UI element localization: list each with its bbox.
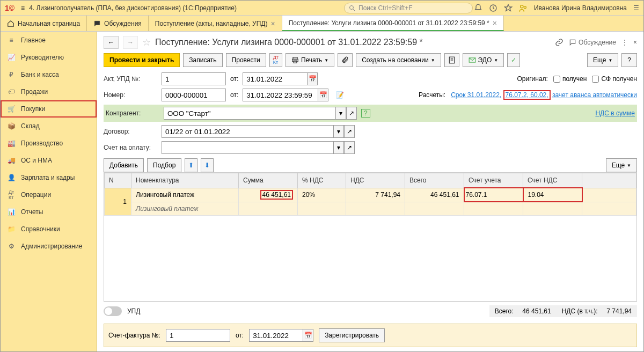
calc-link-date[interactable]: Срок 31.01.2022, (451, 91, 501, 99)
post-button[interactable]: Провести (226, 53, 266, 67)
invoice-no-input[interactable] (166, 329, 230, 342)
sidebar-item-production[interactable]: 🏭Производство (1, 135, 97, 152)
link-icon[interactable] (555, 38, 564, 47)
dropdown-icon[interactable]: ▾ (335, 107, 346, 120)
dropdown-icon[interactable]: ▾ (333, 125, 344, 138)
row-nomen-sub[interactable]: Лизинговый платеж (131, 202, 239, 215)
number-date-input[interactable]: 📅 (243, 89, 328, 101)
sidebar-item-hr[interactable]: 👤Зарплата и кадры (1, 169, 97, 186)
save-button[interactable]: Записать (183, 53, 222, 67)
tab-receipts[interactable]: Поступление (акты, накладные, УПД) × (149, 16, 282, 31)
row-nomen[interactable]: Лизинговый платеж (131, 188, 239, 202)
sidebar-item-main[interactable]: ≡Главное (1, 32, 97, 49)
dtkt-button[interactable]: ДтКт (269, 53, 282, 67)
open-icon[interactable]: ↗ (346, 107, 357, 120)
col-nomen[interactable]: Номенклатура (131, 173, 239, 188)
print-button[interactable]: Печать▼ (286, 53, 334, 67)
close-doc-icon[interactable]: × (633, 39, 637, 46)
star-icon[interactable] (504, 4, 513, 12)
nds-link[interactable]: НДС в сумме (595, 109, 635, 117)
calendar-icon[interactable]: 📅 (307, 72, 318, 85)
tab-discussions[interactable]: Обсуждения (87, 16, 149, 31)
row-vat[interactable]: 7 741,94 (346, 188, 405, 202)
register-button[interactable]: Зарегистрировать (319, 328, 385, 342)
row-vat-pct[interactable]: 20% (298, 188, 346, 202)
post-close-button[interactable]: Провести и закрыть (104, 53, 180, 67)
app-logo: 1© (5, 4, 14, 12)
nav-forward-button[interactable]: → (123, 36, 138, 49)
col-vat-pct[interactable]: % НДС (298, 173, 346, 188)
table-row[interactable]: 1 Лизинговый платеж 46 451,61 20% 7 741,… (105, 188, 636, 202)
open-icon[interactable]: ↗ (344, 141, 355, 154)
act-no-input[interactable] (162, 72, 226, 85)
menu-icon[interactable]: ≡ (21, 4, 25, 12)
tab-home[interactable]: Начальная страница (1, 16, 87, 31)
dogovor-input[interactable] (162, 125, 333, 138)
upd-toggle[interactable] (104, 306, 122, 316)
search-input[interactable]: Поиск Ctrl+Shift+F (344, 3, 473, 13)
sidebar-item-admin[interactable]: ⚙Администрирование (1, 238, 97, 255)
col-total[interactable]: Всего (405, 173, 464, 188)
green-edit-icon[interactable]: 📝 (336, 91, 344, 99)
history-icon[interactable] (489, 4, 497, 12)
user-menu-icon[interactable]: ☰ (633, 4, 639, 12)
table-more-button[interactable]: Еще▼ (606, 158, 637, 172)
schet-input[interactable] (162, 141, 333, 154)
more-button[interactable]: Еще▼ (587, 53, 618, 67)
close-icon[interactable]: × (270, 19, 275, 28)
invoice-date-input[interactable]: 📅 (249, 329, 313, 342)
act-date-input[interactable]: 📅 (243, 72, 318, 85)
sidebar-item-bank[interactable]: ₽Банк и касса (1, 66, 97, 83)
sf-received-checkbox[interactable]: СФ получен (592, 75, 637, 83)
sidebar-item-operations[interactable]: ДтКтОперации (1, 186, 97, 203)
sidebar-item-directories[interactable]: 📁Справочники (1, 221, 97, 238)
sidebar-item-reports[interactable]: 📊Отчеты (1, 203, 97, 221)
sidebar-item-assets[interactable]: 🚚ОС и НМА (1, 152, 97, 169)
report-button[interactable] (444, 53, 459, 67)
row-vat-acc[interactable]: 19.04 (523, 188, 582, 202)
row-sum[interactable]: 46 451,61 (260, 190, 293, 200)
calc-link-advance[interactable]: зачет аванса автоматически (552, 91, 637, 99)
users-icon[interactable] (519, 4, 528, 12)
col-vat-acc[interactable]: Счет НДС (523, 173, 582, 188)
items-table: N Номенклатура Сумма % НДС НДС Всего Сче… (104, 173, 636, 216)
user-name[interactable]: Иванова Ирина Владимировна (534, 4, 627, 12)
calendar-icon[interactable]: 📅 (318, 89, 328, 101)
received-checkbox[interactable]: получен (553, 75, 587, 83)
bell-icon[interactable] (474, 4, 482, 12)
favorite-star-icon[interactable]: ☆ (142, 36, 151, 48)
sidebar-item-purchases[interactable]: 🛒Покупки (1, 100, 97, 118)
col-sum[interactable]: Сумма (239, 173, 298, 188)
col-n[interactable]: N (105, 173, 131, 188)
discuss-button[interactable]: Обсуждение (569, 39, 616, 46)
create-based-button[interactable]: Создать на основании▼ (356, 53, 441, 67)
col-acc[interactable]: Счет учета (464, 173, 523, 188)
truck-icon: 🚚 (7, 156, 16, 165)
sidebar-item-warehouse[interactable]: 📦Склад (1, 118, 97, 135)
edo-button[interactable]: ЭДО▼ (463, 53, 504, 67)
move-up-button[interactable]: ⬆ (185, 158, 197, 172)
help-button[interactable]: ? (621, 53, 637, 67)
sidebar-item-sales[interactable]: 🏷Продажи (1, 83, 97, 100)
open-icon[interactable]: ↗ (344, 125, 355, 138)
dropdown-icon[interactable]: ▾ (333, 141, 344, 154)
help-icon[interactable]: ? (361, 109, 370, 118)
add-row-button[interactable]: Добавить (104, 158, 144, 172)
row-total[interactable]: 46 451,61 (405, 188, 464, 202)
number-input[interactable] (162, 89, 226, 101)
tab-current-doc[interactable]: Поступление: Услуги лизинга 0000-000001 … (282, 16, 504, 31)
col-vat[interactable]: НДС (346, 173, 405, 188)
close-icon[interactable]: × (493, 19, 497, 27)
move-down-button[interactable]: ⬇ (201, 158, 214, 172)
calc-link-accounts[interactable]: 76.07.2, 60.02, (503, 90, 551, 100)
nav-back-button[interactable]: ← (104, 36, 119, 49)
calendar-icon[interactable]: 📅 (303, 329, 313, 342)
check-button[interactable]: ✓ (507, 53, 520, 67)
table-row-sub[interactable]: Лизинговый платеж (105, 202, 636, 215)
row-acc[interactable]: 76.07.1 (464, 188, 523, 202)
kontragent-input[interactable] (164, 107, 335, 120)
select-button[interactable]: Подбор (147, 158, 181, 172)
attach-button[interactable] (338, 53, 353, 67)
more-menu-icon[interactable]: ⋮ (621, 39, 628, 46)
sidebar-item-manager[interactable]: 📈Руководителю (1, 49, 97, 66)
